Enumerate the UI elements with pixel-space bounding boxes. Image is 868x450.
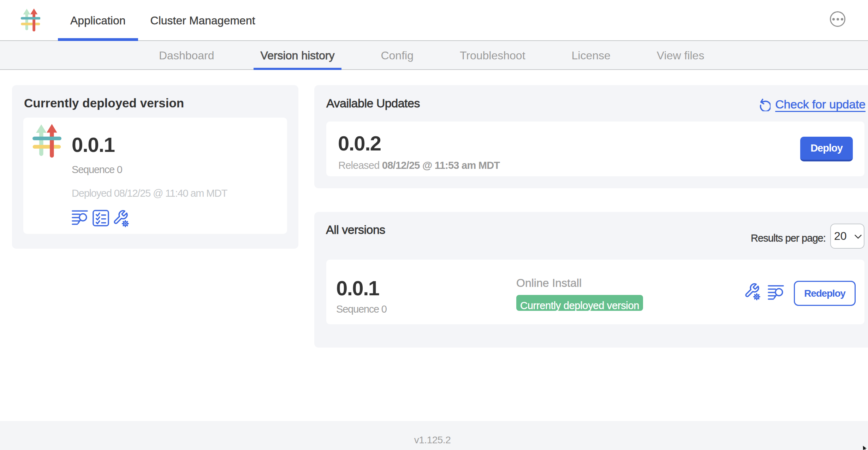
row-version-number: 0.0.1 <box>336 278 379 298</box>
check-for-update: Check for update <box>759 97 866 111</box>
currently-deployed-badge: Currently deployed version <box>516 295 643 311</box>
available-updates-card: Available Updates Check for update 0.0.2… <box>314 85 868 188</box>
currently-deployed-title: Currently deployed version <box>24 96 184 110</box>
released-label: Released <box>338 160 382 171</box>
update-version-number: 0.0.2 <box>338 133 381 154</box>
subtab-license-label: License <box>572 49 611 62</box>
subtab-config-label: Config <box>381 49 414 62</box>
main-tabs: Application Cluster Management <box>58 0 268 41</box>
deployed-action-icons <box>72 210 129 227</box>
top-navbar: Application Cluster Management <box>0 0 868 41</box>
mouse-cursor-icon <box>863 445 868 450</box>
refresh-icon[interactable] <box>759 98 771 111</box>
results-per-page-label: Results per page: <box>751 231 826 245</box>
subtab-version-history-label: Version history <box>261 49 335 62</box>
tab-application[interactable]: Application <box>58 0 138 41</box>
subtab-dashboard[interactable]: Dashboard <box>152 41 221 70</box>
deployed-timestamp: Deployed 08/12/25 @ 11:40 am MDT <box>72 188 227 199</box>
subtab-config[interactable]: Config <box>374 41 421 70</box>
released-timestamp: 08/12/25 @ 11:53 am MDT <box>382 160 500 171</box>
deployed-version-panel: 0.0.1 Sequence 0 Deployed 08/12/25 @ 11:… <box>23 118 287 234</box>
subtab-troubleshoot[interactable]: Troubleshoot <box>453 41 533 70</box>
tab-application-label: Application <box>70 14 126 27</box>
app-logo-icon <box>32 124 61 158</box>
subtab-version-history[interactable]: Version history <box>254 41 342 70</box>
deployed-sequence: Sequence 0 <box>72 165 122 175</box>
diff-lines-search-icon[interactable] <box>72 210 88 225</box>
subtab-view-files[interactable]: View files <box>650 41 712 70</box>
subtab-license[interactable]: License <box>565 41 618 70</box>
footer: v1.125.2 <box>0 421 868 450</box>
ellipsis-menu-icon[interactable] <box>830 11 845 27</box>
deployed-version-number: 0.0.1 <box>72 135 115 155</box>
available-updates-title: Available Updates <box>326 96 420 110</box>
app-subnav: Dashboard Version history Config Trouble… <box>0 41 868 70</box>
update-row: 0.0.2 Released 08/12/25 @ 11:53 am MDT D… <box>326 122 864 176</box>
install-type: Online Install <box>516 277 582 289</box>
row-sequence: Sequence 0 <box>336 304 387 314</box>
tab-cluster-management[interactable]: Cluster Management <box>138 0 268 41</box>
all-versions-card: All versions Results per page: 20 0.0.1 … <box>314 212 868 348</box>
redeploy-button[interactable]: Redeploy <box>794 281 856 306</box>
console-version: v1.125.2 <box>414 435 451 445</box>
app-logo-icon <box>20 8 40 32</box>
tab-cluster-management-label: Cluster Management <box>150 14 255 27</box>
results-per-page-select[interactable]: 20 <box>830 224 864 249</box>
version-row: 0.0.1 Sequence 0 Online Install Currentl… <box>326 260 864 324</box>
deploy-button[interactable]: Deploy <box>800 137 853 161</box>
wrench-gear-icon[interactable] <box>113 210 129 227</box>
wrench-gear-icon[interactable] <box>745 283 761 300</box>
preflight-checklist-icon[interactable] <box>93 210 109 226</box>
subtab-view-files-label: View files <box>657 49 704 62</box>
diff-lines-search-icon[interactable] <box>768 285 784 300</box>
check-for-update-link[interactable]: Check for update <box>775 97 866 111</box>
all-versions-title: All versions <box>326 223 385 237</box>
currently-deployed-card: Currently deployed version 0.0.1 Sequenc… <box>12 85 298 249</box>
subtab-troubleshoot-label: Troubleshoot <box>460 49 525 62</box>
update-released-line: Released 08/12/25 @ 11:53 am MDT <box>338 160 500 171</box>
subtab-dashboard-label: Dashboard <box>159 49 214 62</box>
